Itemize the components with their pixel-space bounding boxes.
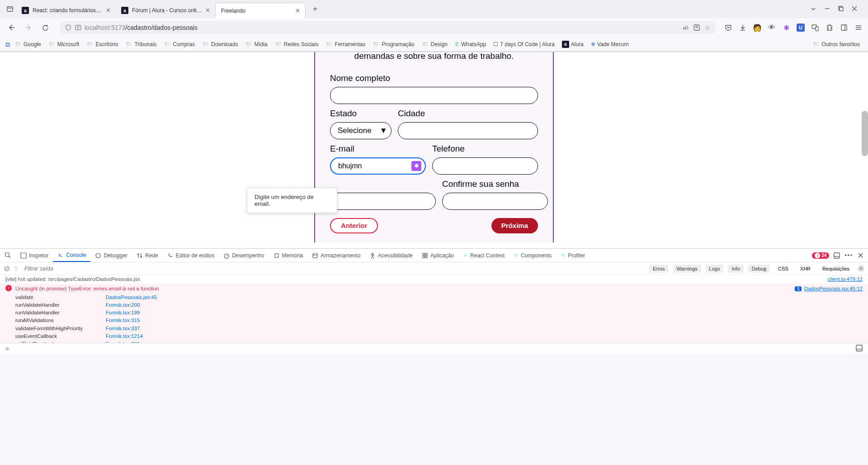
forward-button[interactable] bbox=[23, 22, 34, 33]
bookmark-item[interactable]: Programação bbox=[370, 39, 417, 49]
filter-icon[interactable]: ▽ bbox=[14, 266, 18, 271]
chip-info[interactable]: Info bbox=[728, 265, 743, 273]
nome-input[interactable] bbox=[330, 87, 538, 104]
bookmark-item[interactable]: ☐7 days Of Code | Alura bbox=[491, 39, 557, 49]
bookmark-star-icon[interactable]: ☆ bbox=[705, 24, 711, 31]
reader-icon[interactable] bbox=[693, 24, 700, 31]
bookmark-item[interactable]: Mídia bbox=[242, 39, 270, 49]
bookmark-item[interactable]: Google bbox=[12, 39, 44, 49]
bookmark-item[interactable]: aAlura bbox=[559, 39, 586, 50]
tab-estilos[interactable]: Editor de estilos bbox=[163, 249, 219, 262]
shield-icon[interactable] bbox=[65, 24, 72, 31]
new-tab-button[interactable]: + bbox=[309, 3, 321, 16]
source-link[interactable]: Formik.tsx:200 bbox=[106, 301, 140, 309]
bookmark-item[interactable]: Compras bbox=[161, 39, 198, 49]
tab-inspetor[interactable]: Inspetor bbox=[16, 249, 53, 262]
chip-erros[interactable]: Erros bbox=[649, 265, 668, 273]
source-link[interactable]: Formik.tsx:1214 bbox=[106, 332, 143, 340]
source-link[interactable]: client.ts:479:12 bbox=[828, 275, 863, 283]
bookmark-item[interactable]: Microsoft bbox=[46, 39, 82, 49]
tab-rede[interactable]: Rede bbox=[132, 249, 163, 262]
url-bar[interactable]: localhost:5173/cadastro/dados-pessoais 🗚… bbox=[60, 21, 715, 34]
filter-input[interactable] bbox=[23, 265, 645, 273]
pocket-icon[interactable] bbox=[724, 24, 732, 32]
chip-css[interactable]: CSS bbox=[774, 265, 792, 273]
reload-button[interactable] bbox=[40, 22, 51, 33]
ext-icon-2[interactable]: 👁 bbox=[768, 24, 776, 32]
chip-req[interactable]: Requisições bbox=[819, 265, 853, 273]
back-button[interactable] bbox=[5, 22, 17, 33]
recent-tabs-icon[interactable] bbox=[4, 3, 16, 15]
cidade-input[interactable] bbox=[398, 122, 538, 139]
tab-profiler[interactable]: ⚛Profiler bbox=[556, 249, 590, 262]
close-icon[interactable]: × bbox=[296, 7, 300, 15]
split-console-icon[interactable] bbox=[856, 345, 863, 351]
close-icon[interactable]: × bbox=[106, 6, 110, 14]
source-link[interactable]: Formik.tsx:681 bbox=[106, 340, 140, 343]
source-link[interactable]: Formik.tsx:199 bbox=[106, 309, 140, 317]
estado-value: Selecione bbox=[338, 126, 372, 135]
bookmark-item[interactable]: ✆WhatsApp bbox=[452, 39, 489, 49]
chip-xhr[interactable]: XHR bbox=[797, 265, 814, 273]
maximize-icon[interactable] bbox=[838, 6, 844, 12]
tab-components[interactable]: ⚛Components bbox=[509, 249, 556, 262]
dock-icon[interactable] bbox=[834, 252, 840, 259]
close-window-icon[interactable] bbox=[852, 6, 857, 12]
menu-icon[interactable] bbox=[854, 24, 863, 32]
close-icon[interactable]: × bbox=[206, 6, 210, 14]
tab-console[interactable]: Console bbox=[53, 249, 90, 262]
sidebar-icon[interactable] bbox=[840, 24, 848, 32]
confirme-input[interactable] bbox=[442, 193, 548, 210]
ext-icon-3[interactable]: ✱ bbox=[782, 24, 790, 32]
extensions-icon[interactable] bbox=[826, 24, 834, 32]
dropbox-icon[interactable]: ⧈ bbox=[5, 40, 10, 48]
proxima-button[interactable]: Próxima bbox=[491, 218, 538, 233]
estado-select[interactable]: Selecione ▼ bbox=[330, 122, 392, 139]
tab-desempenho[interactable]: Desempenho bbox=[219, 249, 269, 262]
senha-input[interactable] bbox=[330, 193, 436, 210]
password-manager-icon[interactable]: ✱ bbox=[411, 161, 421, 171]
close-devtools-icon[interactable] bbox=[858, 252, 863, 258]
tab-acessibilidade[interactable]: Acessibilidade bbox=[365, 249, 417, 262]
source-link[interactable]: Formik.tsx:315 bbox=[106, 317, 140, 324]
downloads-icon[interactable] bbox=[739, 24, 747, 32]
chip-warnings[interactable]: Warnings bbox=[673, 265, 701, 273]
more-icon[interactable]: ••• bbox=[844, 252, 853, 259]
translate-icon[interactable]: 🗚 bbox=[682, 24, 689, 31]
tabs-dropdown-icon[interactable] bbox=[810, 6, 816, 12]
chip-logs[interactable]: Logs bbox=[706, 265, 724, 273]
bookmark-item[interactable]: Redes Sociais bbox=[272, 39, 321, 49]
tab-aplicacao[interactable]: Aplicação bbox=[417, 249, 458, 262]
console-drawer-toggle[interactable]: » bbox=[5, 345, 9, 352]
telefone-input[interactable] bbox=[432, 157, 538, 175]
bookmark-item[interactable]: Escritório bbox=[84, 39, 121, 49]
chip-debug[interactable]: Debug bbox=[748, 265, 770, 273]
bookmark-item[interactable]: Design bbox=[419, 39, 450, 49]
minimize-icon[interactable] bbox=[825, 6, 830, 12]
ext-icon-1[interactable]: 🧑 bbox=[753, 24, 761, 32]
browser-tab-2[interactable]: Freelando × bbox=[215, 3, 306, 18]
browser-tab-0[interactable]: a React: criando formulários com × bbox=[16, 3, 116, 18]
settings-icon[interactable] bbox=[858, 265, 864, 272]
error-source-link[interactable]: DadosPessoais.jsx:45:12 bbox=[804, 286, 863, 291]
tab-memoria[interactable]: Memória bbox=[269, 249, 308, 262]
tab-react-context[interactable]: ⚛React Context bbox=[458, 249, 509, 262]
scrollbar-vertical[interactable] bbox=[862, 111, 868, 156]
bookmark-item[interactable]: ❋Vade Mecum bbox=[588, 39, 632, 49]
ext-icon-4[interactable]: U bbox=[797, 24, 805, 32]
anterior-button[interactable]: Anterior bbox=[330, 218, 378, 233]
page-info-icon[interactable] bbox=[75, 24, 82, 31]
clear-console-icon[interactable] bbox=[4, 266, 10, 272]
bookmark-item[interactable]: Ferramentas bbox=[323, 39, 368, 49]
source-link[interactable]: DadosPessoais.jsx:45 bbox=[106, 294, 157, 301]
source-link[interactable]: Formik.tsx:337 bbox=[106, 325, 140, 332]
error-count-badge[interactable]: 24 bbox=[812, 252, 829, 259]
other-bookmarks[interactable]: Outros favoritos bbox=[810, 39, 863, 49]
browser-tab-1[interactable]: a Fórum | Alura - Cursos online de × bbox=[116, 3, 215, 18]
dt-inspect-icon[interactable] bbox=[0, 249, 16, 262]
responsive-icon[interactable] bbox=[811, 24, 819, 32]
bookmark-item[interactable]: Downloads bbox=[199, 39, 241, 49]
tab-armazenamento[interactable]: Armazenamento bbox=[307, 249, 365, 262]
tab-debugger[interactable]: Debugger bbox=[90, 249, 132, 262]
bookmark-item[interactable]: Tribunais bbox=[123, 39, 159, 49]
